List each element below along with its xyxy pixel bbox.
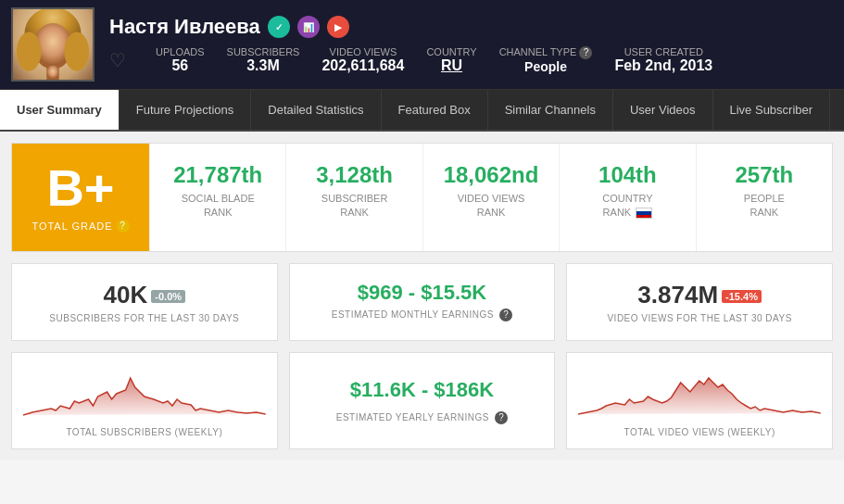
subscribers-30d-desc: SUBSCRIBERS FOR THE LAST 30 DAYS [27, 313, 262, 323]
main-content: B+ TOTAL GRADE ? 21,787th SOCIAL BLADERA… [0, 132, 844, 460]
svg-point-2 [17, 32, 42, 71]
monthly-earnings-question[interactable]: ? [499, 309, 512, 321]
nav-item-future-projections[interactable]: Future Projections [120, 90, 252, 130]
monthly-earnings-card: $969 - $15.5K ESTIMATED MONTHLY EARNINGS… [289, 263, 556, 341]
yearly-earnings-question[interactable]: ? [495, 411, 508, 424]
social-badge: 📊 [297, 16, 320, 38]
video-views-value: 202,611,684 [321, 57, 404, 74]
video-views-30d-desc: VIDEO VIEWS FOR THE LAST 30 DAYS [582, 313, 817, 323]
youtube-badge: ▶ [327, 16, 349, 38]
rank-social-blade-value: 21,787th [157, 162, 278, 188]
channel-type-stat: CHANNEL TYPE ? People [499, 46, 593, 74]
verified-badge: ✓ [268, 16, 290, 38]
video-views-chart-svg [578, 364, 821, 420]
navigation: User Summary Future Projections Detailed… [0, 90, 844, 132]
grade-label: TOTAL GRADE ? [31, 220, 129, 233]
grade-box: B+ TOTAL GRADE ? [12, 144, 149, 251]
video-views-30d-change: -15.4% [722, 290, 762, 303]
rank-video-views: 18,062nd VIDEO VIEWSRANK [422, 144, 559, 251]
rank-subscriber: 3,128th SUBSCRIBERRANK [285, 144, 422, 251]
video-views-weekly-card: TOTAL VIDEO VIEWS (WEEKLY) [566, 352, 833, 449]
subscribers-stat: SUBSCRIBERS 3.3M [227, 46, 300, 74]
rank-subscriber-desc: SUBSCRIBERRANK [294, 192, 414, 220]
rank-people-desc: PEOPLERANK [704, 192, 825, 220]
rank-cells: 21,787th SOCIAL BLADERANK 3,128th SUBSCR… [149, 144, 832, 251]
channel-type-label: CHANNEL TYPE ? [499, 46, 593, 59]
grade-question[interactable]: ? [117, 220, 130, 233]
rank-video-views-desc: VIDEO VIEWSRANK [431, 192, 551, 220]
avatar-image [13, 9, 93, 80]
stats-cards: 40K-0.0% SUBSCRIBERS FOR THE LAST 30 DAY… [11, 263, 833, 341]
subscribers-weekly-desc: TOTAL SUBSCRIBERS (WEEKLY) [23, 427, 266, 437]
user-created-value: Feb 2nd, 2013 [614, 57, 712, 74]
nav-item-live-subscriber[interactable]: Live Subscriber [713, 90, 831, 130]
video-views-30d-value: 3.874M-15.4% [582, 281, 817, 309]
channel-name-row: Настя Ивлеева ✓ 📊 ▶ [109, 15, 833, 39]
rank-video-views-value: 18,062nd [431, 162, 551, 188]
subscribers-30d-value: 40K-0.0% [27, 281, 262, 309]
grade-letter: B+ [46, 162, 114, 214]
monthly-earnings-value: $969 - $15.5K [305, 281, 540, 305]
video-views-30d-card: 3.874M-15.4% VIDEO VIEWS FOR THE LAST 30… [566, 263, 833, 341]
video-views-stat: VIDEO VIEWS 202,611,684 [321, 46, 404, 74]
avatar [11, 7, 94, 82]
yearly-earnings-value: $11.6K - $186K [350, 378, 494, 402]
rank-country-desc: COUNTRYRANK [567, 192, 687, 220]
user-created-label: USER CREATED [614, 46, 712, 57]
country-label: COUNTRY [426, 46, 476, 57]
subscribers-chart-svg [23, 364, 266, 420]
subscribers-label: SUBSCRIBERS [227, 46, 300, 57]
yearly-earnings-card: $11.6K - $186K ESTIMATED YEARLY EARNINGS… [289, 352, 556, 449]
channel-name-text: Настя Ивлеева [109, 15, 260, 39]
chart-cards: TOTAL SUBSCRIBERS (WEEKLY) $11.6K - $186… [11, 352, 833, 449]
channel-info: Настя Ивлеева ✓ 📊 ▶ ♡ UPLOADS 56 SUBSCRI… [109, 15, 833, 74]
nav-item-user-videos[interactable]: User Videos [613, 90, 713, 130]
uploads-label: UPLOADS [156, 46, 205, 57]
rank-people-value: 257th [704, 162, 825, 188]
channel-type-value: People [499, 59, 593, 74]
rank-country: 104th COUNTRYRANK [559, 144, 695, 251]
channel-type-question[interactable]: ? [579, 46, 592, 59]
subscribers-weekly-chart [23, 364, 266, 420]
rank-subscriber-value: 3,128th [294, 162, 414, 188]
yearly-earnings-desc: ESTIMATED YEARLY EARNINGS ? [336, 411, 508, 424]
heart-icon[interactable]: ♡ [109, 49, 126, 71]
rank-social-blade: 21,787th SOCIAL BLADERANK [149, 144, 285, 251]
country-value[interactable]: RU [426, 57, 476, 74]
rank-people: 257th PEOPLERANK [696, 144, 832, 251]
svg-point-3 [64, 32, 89, 71]
monthly-earnings-desc: ESTIMATED MONTHLY EARNINGS ? [305, 309, 540, 321]
user-created-stat: USER CREATED Feb 2nd, 2013 [614, 46, 712, 74]
video-views-weekly-chart [578, 364, 821, 420]
uploads-stat: UPLOADS 56 [156, 46, 205, 74]
subscribers-weekly-card: TOTAL SUBSCRIBERS (WEEKLY) [11, 352, 278, 449]
header-stats-row: ♡ UPLOADS 56 SUBSCRIBERS 3.3M VIDEO VIEW… [109, 46, 833, 74]
rank-social-blade-desc: SOCIAL BLADERANK [157, 192, 278, 220]
subscribers-value: 3.3M [227, 57, 300, 74]
subscribers-30d-card: 40K-0.0% SUBSCRIBERS FOR THE LAST 30 DAY… [11, 263, 278, 341]
nav-item-detailed-statistics[interactable]: Detailed Statistics [251, 90, 381, 130]
russia-flag [636, 208, 652, 219]
subscribers-30d-change: -0.0% [151, 290, 185, 303]
avatar-svg [13, 7, 93, 82]
rank-country-value: 104th [567, 162, 687, 188]
header: Настя Ивлеева ✓ 📊 ▶ ♡ UPLOADS 56 SUBSCRI… [0, 0, 844, 90]
svg-rect-4 [46, 66, 58, 80]
video-views-weekly-desc: TOTAL VIDEO VIEWS (WEEKLY) [578, 427, 821, 437]
nav-item-similar-channels[interactable]: Similar Channels [488, 90, 613, 130]
country-stat: COUNTRY RU [426, 46, 476, 74]
nav-item-user-summary[interactable]: User Summary [0, 90, 120, 130]
ranks-row: B+ TOTAL GRADE ? 21,787th SOCIAL BLADERA… [11, 143, 833, 252]
video-views-label: VIDEO VIEWS [321, 46, 404, 57]
nav-item-featured-box[interactable]: Featured Box [382, 90, 488, 130]
uploads-value: 56 [156, 57, 205, 74]
